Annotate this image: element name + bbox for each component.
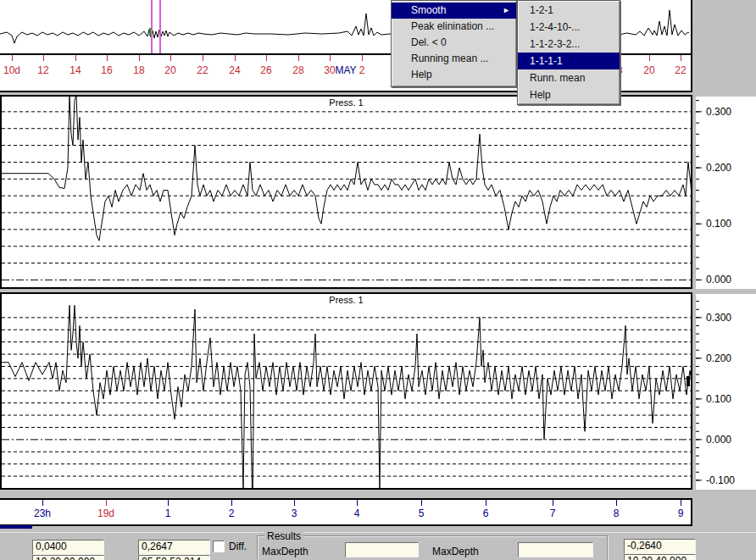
submenu-item-help[interactable]: Help: [518, 86, 620, 103]
time-tick: [421, 500, 422, 506]
time-field-2[interactable]: 05.50.52.214: [138, 555, 210, 560]
time-tick: [231, 500, 232, 506]
date-tick-label: 20: [164, 64, 175, 76]
time-tick: [681, 500, 681, 506]
chart1-y-axis-scale: 0.3000.2000.1000.000: [696, 97, 756, 289]
date-tick: [235, 55, 236, 61]
submenu-item-label: 1-1-1-1: [530, 55, 563, 67]
submenu-item-1-2-4-10[interactable]: 1-2-4-10-...: [518, 19, 620, 36]
date-tick: [139, 55, 140, 61]
maxdepth-label-1: MaxDepth: [262, 546, 309, 557]
menu-item-del-0[interactable]: Del. < 0: [392, 35, 516, 51]
chart1-y-axis: 0.3000.2000.1000.000: [696, 97, 756, 289]
time-tick: [616, 500, 617, 506]
submenu-item-1-1-2-3-2[interactable]: 1-1-2-3-2...: [518, 36, 620, 53]
menu-item-label: Del. < 0: [411, 36, 447, 48]
value-field-3[interactable]: -0,2640: [624, 539, 696, 554]
date-tick: [75, 55, 76, 61]
results-label: Results: [264, 530, 303, 542]
time-tick-label: 8: [614, 507, 620, 519]
y-axis-label: 0.300: [706, 106, 731, 118]
time-tick: [168, 500, 169, 506]
date-tick-label: 18: [133, 64, 144, 76]
diff-checkbox[interactable]: [213, 541, 225, 552]
date-tick: [362, 55, 363, 61]
date-tick: [681, 55, 681, 61]
chart2-y-axis: 0.3000.2000.1000.000-0.100: [696, 294, 756, 490]
month-label: MAY: [335, 64, 356, 76]
date-tick: [298, 55, 299, 61]
date-tick-label: 28: [292, 64, 303, 76]
value-field-2[interactable]: 0,2647: [138, 540, 210, 555]
time-field-3[interactable]: 10.20.40.000: [624, 554, 696, 560]
chart2-plot-area: [2, 294, 691, 488]
menu-item-help[interactable]: Help: [392, 67, 516, 83]
time-tick: [357, 500, 358, 506]
chart1-plot-area: [2, 97, 691, 287]
time-tick-label: 4: [354, 507, 360, 519]
submenu-item-label: Help: [530, 89, 551, 101]
axis-drag-handle[interactable]: [687, 376, 690, 386]
date-tick-label: 20: [643, 64, 654, 76]
submenu-item-runn-mean[interactable]: Runn. mean: [518, 69, 620, 86]
time-range-indicator: [0, 525, 32, 529]
date-tick: [107, 55, 108, 61]
menu-item-running-mean[interactable]: Running mean ...: [392, 51, 516, 67]
time-tick-label: 23h: [34, 507, 51, 519]
chart2-title: Press. 1: [2, 295, 691, 305]
pressure-chart-1[interactable]: Press. 1: [0, 95, 692, 289]
time-tick-label: 3: [292, 507, 297, 519]
submenu-item-1-1-1-1[interactable]: 1-1-1-1: [518, 53, 620, 69]
time-tick: [42, 500, 43, 506]
time-tick: [486, 500, 486, 506]
time-tick: [294, 500, 295, 506]
context-menu: Smooth►Peak elinination ...Del. < 0Runni…: [391, 0, 517, 87]
date-tick-label: 14: [69, 64, 81, 76]
time-tick-label: 1: [165, 507, 171, 519]
menu-item-peak-elinination[interactable]: Peak elinination ...: [392, 19, 516, 35]
submenu-item-label: Runn. mean: [530, 72, 585, 84]
date-tick: [12, 55, 13, 61]
y-axis-label: 0.100: [706, 393, 731, 405]
y-axis-label: 0.100: [706, 218, 731, 230]
y-axis-label: 0.000: [706, 274, 731, 286]
date-tick-label: 30: [324, 64, 335, 76]
time-tick: [553, 500, 553, 506]
time-field-1[interactable]: 10.20.00.000: [32, 555, 104, 560]
time-tick-label: 7: [550, 507, 556, 519]
event-marker-line-2[interactable]: [159, 0, 161, 53]
submenu-item-label: 1-2-4-10-...: [530, 21, 580, 33]
submenu-item-1-2-1[interactable]: 1-2-1: [518, 2, 620, 19]
menu-item-label: Peak elinination ...: [411, 20, 494, 32]
time-axis-strip[interactable]: 23h19d123456789: [0, 498, 692, 526]
submenu-item-label: 1-1-2-3-2...: [530, 38, 580, 50]
menu-item-label: Running mean ...: [411, 53, 488, 64]
maxdepth-field-2[interactable]: [518, 542, 593, 557]
date-tick: [330, 55, 331, 61]
time-tick: [106, 500, 107, 506]
value-field-1[interactable]: 0,0400: [32, 540, 104, 555]
menu-item-label: Smooth: [411, 4, 446, 16]
date-tick-label: 10d: [3, 64, 20, 76]
submenu-arrow-icon: ►: [503, 3, 510, 19]
date-tick: [266, 55, 267, 61]
chart2-y-axis-scale: 0.3000.2000.1000.000-0.100: [696, 294, 756, 490]
date-tick-label: 26: [260, 64, 271, 76]
time-tick-label: 6: [483, 507, 489, 519]
date-tick: [203, 55, 203, 61]
event-marker-line-1[interactable]: [151, 0, 153, 53]
date-tick-label: 12: [37, 64, 48, 76]
y-axis-label: -0.100: [706, 474, 735, 486]
menu-item-smooth[interactable]: Smooth►: [392, 3, 516, 19]
y-axis-label: 0.300: [706, 312, 731, 324]
maxdepth-field-1[interactable]: [345, 542, 419, 557]
smooth-submenu: 1-2-11-2-4-10-...1-1-2-3-2...1-1-1-1Runn…: [517, 0, 620, 105]
date-tick: [170, 55, 171, 61]
y-axis-label: 0.200: [706, 162, 731, 174]
event-marker-green: [149, 28, 151, 36]
date-tick: [43, 55, 44, 61]
date-tick-label: 24: [229, 64, 240, 76]
pressure-chart-2[interactable]: Press. 1: [0, 292, 692, 490]
maxdepth-label-2: MaxDepth: [432, 546, 479, 557]
submenu-item-label: 1-2-1: [530, 4, 553, 16]
